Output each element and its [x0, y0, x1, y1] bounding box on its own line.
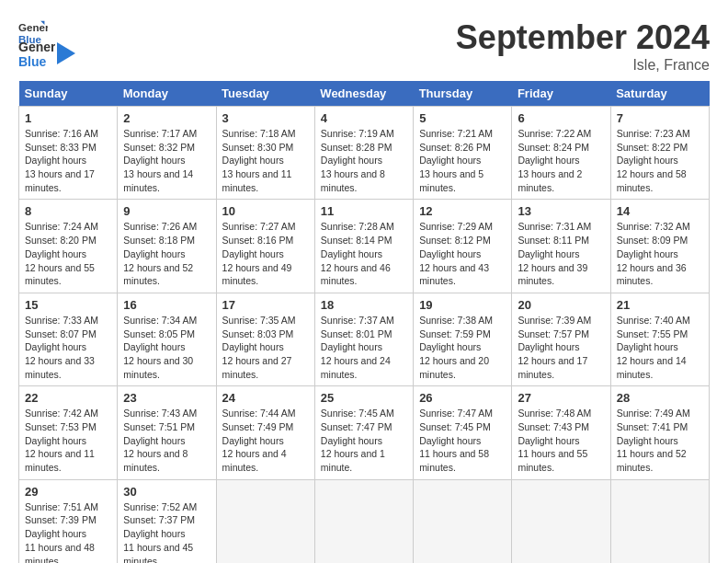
empty-cell	[512, 479, 610, 563]
header-tuesday: Tuesday	[216, 81, 314, 107]
day-cell-26: 26 Sunrise: 7:47 AM Sunset: 7:45 PM Dayl…	[414, 386, 512, 479]
day-number: 3	[222, 111, 309, 125]
day-info: Sunrise: 7:17 AM Sunset: 8:32 PM Dayligh…	[123, 127, 210, 194]
day-number: 13	[518, 204, 604, 218]
day-cell-25: 25 Sunrise: 7:45 AM Sunset: 7:47 PM Dayl…	[314, 386, 413, 479]
day-number: 15	[25, 298, 111, 312]
day-info: Sunrise: 7:16 AM Sunset: 8:33 PM Dayligh…	[25, 127, 111, 194]
day-number: 9	[123, 204, 210, 218]
day-number: 2	[123, 111, 210, 125]
location: Isle, France	[456, 57, 710, 74]
day-info: Sunrise: 7:27 AM Sunset: 8:16 PM Dayligh…	[222, 220, 309, 287]
day-cell-27: 27 Sunrise: 7:48 AM Sunset: 7:43 PM Dayl…	[512, 386, 610, 479]
day-info: Sunrise: 7:38 AM Sunset: 7:59 PM Dayligh…	[419, 314, 506, 381]
svg-marker-5	[57, 42, 75, 64]
day-number: 22	[25, 391, 111, 405]
day-cell-9: 9 Sunrise: 7:26 AM Sunset: 8:18 PM Dayli…	[118, 200, 216, 293]
day-number: 4	[321, 111, 407, 125]
day-cell-6: 6 Sunrise: 7:22 AM Sunset: 8:24 PM Dayli…	[512, 107, 610, 200]
weekday-header-row: Sunday Monday Tuesday Wednesday Thursday…	[19, 81, 710, 107]
day-info: Sunrise: 7:24 AM Sunset: 8:20 PM Dayligh…	[25, 220, 111, 287]
empty-cell	[314, 479, 413, 563]
header-monday: Monday	[118, 81, 216, 107]
header-wednesday: Wednesday	[314, 81, 413, 107]
day-info: Sunrise: 7:49 AM Sunset: 7:41 PM Dayligh…	[617, 407, 703, 474]
day-number: 18	[321, 298, 407, 312]
day-number: 17	[222, 298, 309, 312]
calendar-week-row: 22 Sunrise: 7:42 AM Sunset: 7:53 PM Dayl…	[19, 386, 710, 479]
day-info: Sunrise: 7:42 AM Sunset: 7:53 PM Dayligh…	[25, 407, 111, 474]
header-thursday: Thursday	[414, 81, 512, 107]
calendar-week-row: 15 Sunrise: 7:33 AM Sunset: 8:07 PM Dayl…	[19, 293, 710, 385]
day-cell-11: 11 Sunrise: 7:28 AM Sunset: 8:14 PM Dayl…	[314, 200, 413, 293]
header-friday: Friday	[512, 81, 610, 107]
day-cell-5: 5 Sunrise: 7:21 AM Sunset: 8:26 PM Dayli…	[414, 107, 512, 200]
day-cell-30: 30 Sunrise: 7:52 AM Sunset: 7:37 PM Dayl…	[118, 479, 216, 563]
header-saturday: Saturday	[610, 81, 709, 107]
day-info: Sunrise: 7:52 AM Sunset: 7:37 PM Dayligh…	[123, 500, 210, 563]
day-info: Sunrise: 7:19 AM Sunset: 8:28 PM Dayligh…	[321, 127, 407, 194]
day-cell-10: 10 Sunrise: 7:27 AM Sunset: 8:16 PM Dayl…	[216, 200, 314, 293]
logo-svg: General Blue	[18, 35, 55, 72]
day-cell-4: 4 Sunrise: 7:19 AM Sunset: 8:28 PM Dayli…	[314, 107, 413, 200]
day-info: Sunrise: 7:28 AM Sunset: 8:14 PM Dayligh…	[321, 220, 407, 287]
day-info: Sunrise: 7:23 AM Sunset: 8:22 PM Dayligh…	[617, 127, 703, 194]
day-number: 26	[419, 391, 506, 405]
day-number: 10	[222, 204, 309, 218]
day-cell-8: 8 Sunrise: 7:24 AM Sunset: 8:20 PM Dayli…	[19, 200, 118, 293]
day-cell-20: 20 Sunrise: 7:39 AM Sunset: 7:57 PM Dayl…	[512, 293, 610, 385]
day-number: 19	[419, 298, 506, 312]
day-cell-24: 24 Sunrise: 7:44 AM Sunset: 7:49 PM Dayl…	[216, 386, 314, 479]
day-info: Sunrise: 7:39 AM Sunset: 7:57 PM Dayligh…	[518, 314, 604, 381]
calendar-week-row: 8 Sunrise: 7:24 AM Sunset: 8:20 PM Dayli…	[19, 200, 710, 293]
day-cell-14: 14 Sunrise: 7:32 AM Sunset: 8:09 PM Dayl…	[610, 200, 709, 293]
empty-cell	[610, 479, 709, 563]
day-cell-17: 17 Sunrise: 7:35 AM Sunset: 8:03 PM Dayl…	[216, 293, 314, 385]
day-info: Sunrise: 7:45 AM Sunset: 7:47 PM Dayligh…	[321, 407, 407, 474]
day-info: Sunrise: 7:33 AM Sunset: 8:07 PM Dayligh…	[25, 314, 111, 381]
day-number: 25	[321, 391, 407, 405]
calendar-table: Sunday Monday Tuesday Wednesday Thursday…	[18, 81, 710, 563]
day-info: Sunrise: 7:31 AM Sunset: 8:11 PM Dayligh…	[518, 220, 604, 287]
svg-text:Blue: Blue	[18, 54, 47, 69]
day-number: 30	[123, 485, 210, 499]
day-info: Sunrise: 7:34 AM Sunset: 8:05 PM Dayligh…	[123, 314, 210, 381]
logo-arrow-icon	[57, 42, 75, 64]
day-number: 7	[617, 111, 703, 125]
header-sunday: Sunday	[19, 81, 118, 107]
day-number: 27	[518, 391, 604, 405]
day-cell-2: 2 Sunrise: 7:17 AM Sunset: 8:32 PM Dayli…	[118, 107, 216, 200]
svg-text:General: General	[18, 40, 55, 54]
calendar-week-row: 1 Sunrise: 7:16 AM Sunset: 8:33 PM Dayli…	[19, 107, 710, 200]
day-info: Sunrise: 7:18 AM Sunset: 8:30 PM Dayligh…	[222, 127, 309, 194]
day-number: 23	[123, 391, 210, 405]
day-info: Sunrise: 7:40 AM Sunset: 7:55 PM Dayligh…	[617, 314, 703, 381]
calendar-week-row: 29 Sunrise: 7:51 AM Sunset: 7:39 PM Dayl…	[19, 479, 710, 563]
day-number: 14	[617, 204, 703, 218]
day-cell-18: 18 Sunrise: 7:37 AM Sunset: 8:01 PM Dayl…	[314, 293, 413, 385]
empty-cell	[216, 479, 314, 563]
day-info: Sunrise: 7:32 AM Sunset: 8:09 PM Dayligh…	[617, 220, 703, 287]
day-number: 20	[518, 298, 604, 312]
title-block: September 2024 Isle, France	[456, 18, 710, 74]
day-number: 1	[25, 111, 111, 125]
empty-cell	[414, 479, 512, 563]
month-title: September 2024	[456, 18, 710, 57]
day-number: 8	[25, 204, 111, 218]
day-cell-19: 19 Sunrise: 7:38 AM Sunset: 7:59 PM Dayl…	[414, 293, 512, 385]
day-cell-1: 1 Sunrise: 7:16 AM Sunset: 8:33 PM Dayli…	[19, 107, 118, 200]
day-info: Sunrise: 7:48 AM Sunset: 7:43 PM Dayligh…	[518, 407, 604, 474]
day-number: 29	[25, 485, 111, 499]
day-cell-7: 7 Sunrise: 7:23 AM Sunset: 8:22 PM Dayli…	[610, 107, 709, 200]
day-number: 28	[617, 391, 703, 405]
day-number: 24	[222, 391, 309, 405]
day-info: Sunrise: 7:43 AM Sunset: 7:51 PM Dayligh…	[123, 407, 210, 474]
day-info: Sunrise: 7:47 AM Sunset: 7:45 PM Dayligh…	[419, 407, 506, 474]
day-cell-13: 13 Sunrise: 7:31 AM Sunset: 8:11 PM Dayl…	[512, 200, 610, 293]
day-cell-3: 3 Sunrise: 7:18 AM Sunset: 8:30 PM Dayli…	[216, 107, 314, 200]
day-cell-23: 23 Sunrise: 7:43 AM Sunset: 7:51 PM Dayl…	[118, 386, 216, 479]
day-info: Sunrise: 7:44 AM Sunset: 7:49 PM Dayligh…	[222, 407, 309, 474]
day-info: Sunrise: 7:37 AM Sunset: 8:01 PM Dayligh…	[321, 314, 407, 381]
day-info: Sunrise: 7:29 AM Sunset: 8:12 PM Dayligh…	[419, 220, 506, 287]
day-cell-21: 21 Sunrise: 7:40 AM Sunset: 7:55 PM Dayl…	[610, 293, 709, 385]
